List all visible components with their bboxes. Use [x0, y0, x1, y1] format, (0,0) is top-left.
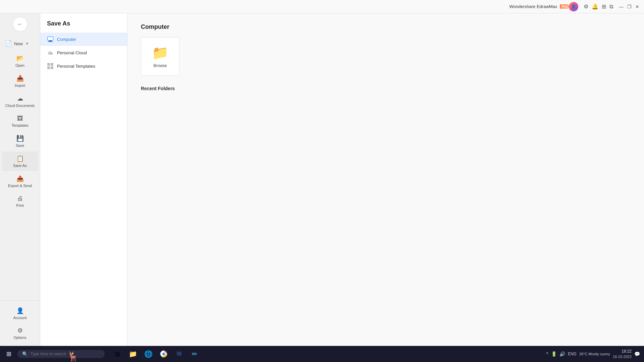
- taskbar-left: ⊞ 🔍: [0, 347, 105, 361]
- settings-icon[interactable]: ⚙: [584, 3, 588, 10]
- taskbar-app-chrome[interactable]: [156, 347, 171, 361]
- pro-badge: Pro: [560, 4, 569, 9]
- app-body: ← 📄 New ＋ 📂 Open 📥 Import ☁ Cloud Docume…: [0, 13, 644, 346]
- notification-icon[interactable]: 💬: [634, 351, 640, 357]
- folder-icon: 📁: [152, 45, 169, 61]
- date-label: 18-10-2023: [613, 354, 632, 359]
- main-content: Computer 📁 Browse Recent Folders: [127, 13, 644, 346]
- nav-item-new[interactable]: 📄 New ＋: [2, 37, 38, 51]
- bell-icon[interactable]: 🔔: [592, 3, 598, 10]
- weather-label: 28°C Mostly sunny: [579, 352, 610, 356]
- svg-rect-1: [49, 41, 52, 41]
- layers-icon[interactable]: ⧉: [609, 4, 613, 10]
- lang-label: ENG: [568, 352, 577, 356]
- save-as-title: Save As: [40, 20, 127, 33]
- nav-item-new-label: New: [14, 41, 23, 46]
- nav-item-save-label: Save: [16, 143, 24, 147]
- save-as-computer-label: Computer: [57, 37, 76, 42]
- taskbar-app-explorer[interactable]: 📁: [125, 347, 140, 361]
- svg-point-7: [48, 52, 51, 54]
- save-as-personal-cloud[interactable]: Personal Cloud: [40, 46, 127, 59]
- nav-item-templates-label: Templates: [11, 123, 28, 127]
- taskbar-search[interactable]: 🔍: [17, 350, 105, 358]
- taskbar-app-edrawmax[interactable]: ✏: [187, 347, 202, 361]
- time-label: 18:22: [613, 349, 632, 354]
- save-as-computer[interactable]: Computer: [40, 33, 127, 46]
- nav-item-options[interactable]: ⚙ Options: [4, 323, 36, 343]
- taskbar-right: ^ 🔋 🔊 ENG 28°C Mostly sunny 18:22 18-10-…: [546, 349, 644, 359]
- nav-item-import[interactable]: 📥 Import: [2, 71, 38, 91]
- save-icon: 💾: [16, 135, 24, 142]
- taskbar: ⊞ 🔍 ⧉ 📁 🌐 W ✏ 🦌 ^ 🔋 🔊 ENG 28°C Mostly s: [0, 346, 644, 362]
- volume-icon[interactable]: 🔊: [559, 351, 565, 357]
- saveas-icon: 📋: [16, 155, 24, 162]
- svg-rect-2: [48, 41, 53, 42]
- computer-icon: [47, 36, 54, 43]
- start-icon: ⊞: [6, 350, 11, 358]
- nav-item-saveas-label: Save As: [13, 164, 26, 168]
- nav-item-templates[interactable]: 🖼 Templates: [2, 112, 38, 131]
- taskbar-animal: 🦌: [67, 351, 79, 362]
- nav-item-export[interactable]: 📤 Export & Send: [2, 172, 38, 191]
- start-button[interactable]: ⊞: [1, 347, 16, 361]
- search-input[interactable]: [31, 352, 98, 356]
- nav-items: 📄 New ＋ 📂 Open 📥 Import ☁ Cloud Document…: [0, 35, 40, 300]
- nav-item-open[interactable]: 📂 Open: [2, 51, 38, 71]
- nav-item-print[interactable]: 🖨 Print: [2, 192, 38, 211]
- nav-item-cloud[interactable]: ☁ Cloud Documents: [2, 92, 38, 111]
- taskbar-clock: 18:22 18-10-2023: [613, 349, 632, 359]
- options-icon: ⚙: [17, 327, 23, 334]
- save-as-cloud-label: Personal Cloud: [57, 50, 87, 55]
- svg-rect-3: [48, 37, 53, 40]
- svg-rect-9: [51, 63, 53, 66]
- taskbar-app-word[interactable]: W: [172, 347, 186, 361]
- new-icon: 📄: [5, 40, 12, 47]
- save-as-options: Computer Personal Cloud: [40, 33, 127, 73]
- minimize-button[interactable]: —: [619, 4, 624, 9]
- account-icon: 👤: [16, 307, 24, 314]
- main-section-title: Computer: [141, 23, 631, 31]
- nav-item-save[interactable]: 💾 Save: [2, 131, 38, 151]
- cloud-option-icon: [47, 49, 54, 56]
- nav-item-print-label: Print: [16, 203, 24, 207]
- nav-item-open-label: Open: [15, 63, 24, 67]
- svg-rect-11: [51, 66, 53, 69]
- nav-item-options-label: Options: [14, 336, 26, 340]
- browse-label: Browse: [153, 63, 167, 68]
- export-icon: 📤: [16, 175, 24, 182]
- plus-icon: ＋: [25, 41, 30, 47]
- svg-point-13: [162, 353, 165, 355]
- nav-item-import-label: Import: [15, 83, 25, 87]
- nav-item-saveas[interactable]: 📋 Save As: [2, 152, 38, 171]
- app-name: Wondershare EdrawMax: [509, 4, 557, 9]
- nav-item-export-label: Export & Send: [8, 184, 32, 188]
- close-button[interactable]: ✕: [635, 4, 640, 9]
- print-icon: 🖨: [17, 195, 23, 202]
- avatar[interactable]: 👤: [569, 2, 578, 11]
- app-title-area: Wondershare EdrawMax Pro: [509, 4, 569, 9]
- save-as-templates-label: Personal Templates: [57, 64, 95, 69]
- taskbar-app-taskview[interactable]: ⧉: [110, 347, 125, 361]
- nav-item-cloud-label: Cloud Documents: [5, 104, 35, 108]
- taskbar-app-edge[interactable]: 🌐: [141, 347, 156, 361]
- apps-icon[interactable]: ⊞: [602, 3, 606, 10]
- nav-item-account[interactable]: 👤 Account: [4, 304, 36, 323]
- chevron-up-icon[interactable]: ^: [546, 351, 548, 357]
- open-icon: 📂: [16, 55, 24, 62]
- taskbar-search-icon: 🔍: [22, 351, 28, 357]
- import-icon: 📥: [16, 75, 24, 82]
- browse-card[interactable]: 📁 Browse: [141, 37, 179, 76]
- left-nav: ← 📄 New ＋ 📂 Open 📥 Import ☁ Cloud Docume…: [0, 13, 40, 346]
- back-button[interactable]: ←: [13, 17, 28, 32]
- recent-folders-title: Recent Folders: [141, 86, 631, 91]
- toolbar-icons: ⚙ 🔔 ⊞ ⧉: [584, 3, 613, 10]
- save-as-personal-templates[interactable]: Personal Templates: [40, 59, 127, 73]
- nav-item-account-label: Account: [13, 316, 27, 320]
- battery-icon: 🔋: [551, 351, 557, 357]
- save-as-panel: Save As Computer: [40, 13, 127, 346]
- templates-option-icon: [47, 63, 54, 69]
- window-controls[interactable]: — ❐ ✕: [619, 4, 640, 9]
- templates-icon: 🖼: [17, 115, 23, 122]
- restore-button[interactable]: ❐: [627, 4, 632, 9]
- svg-rect-8: [47, 63, 50, 66]
